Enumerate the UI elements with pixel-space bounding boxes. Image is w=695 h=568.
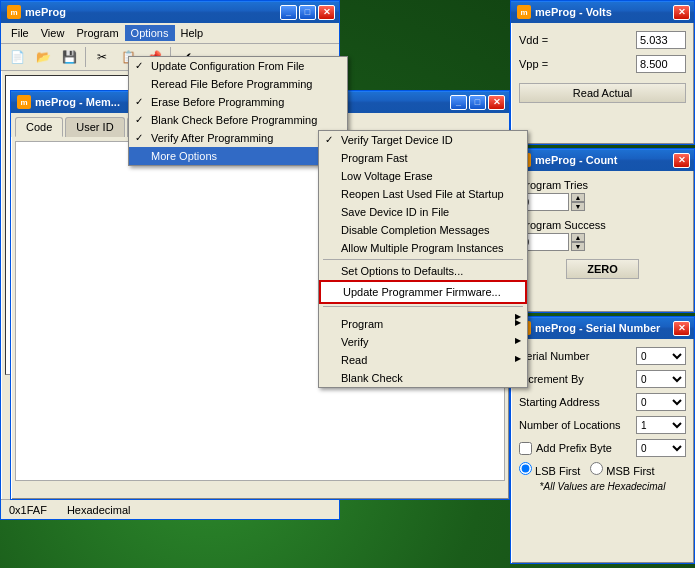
volts-icon: m [517, 5, 531, 19]
titlebar-buttons: _ □ ✕ [280, 5, 335, 20]
new-button[interactable]: 📄 [5, 46, 29, 68]
more-options-dropdown: Verify Target Device ID Program Fast Low… [318, 130, 528, 388]
main-title: meProg [25, 6, 66, 18]
program-tries-label: Program Tries [519, 179, 686, 191]
mem-titlebar-buttons: _ □ ✕ [450, 95, 505, 110]
suboption-erase[interactable]: Blank Check [319, 369, 527, 387]
mem-minimize-button[interactable]: _ [450, 95, 467, 110]
menu-separator-2 [323, 306, 523, 307]
option-more-options[interactable]: More Options [129, 147, 347, 165]
volts-titlebar: m meProg - Volts ✕ [511, 1, 694, 23]
num-locations-row: Number of Locations 1 [519, 416, 686, 434]
hex-note: *All Values are Hexadecimal [519, 481, 686, 492]
menu-file[interactable]: File [5, 25, 35, 41]
mem-maximize-button[interactable]: □ [469, 95, 486, 110]
suboption-disable-completion[interactable]: Disable Completion Messages [319, 221, 527, 239]
starting-address-label: Starting Address [519, 396, 636, 408]
prefix-select[interactable]: 0 [636, 439, 686, 457]
suboption-update-firmware[interactable]: Update Programmer Firmware... [319, 280, 527, 304]
increment-select[interactable]: 0 [636, 370, 686, 388]
count-title: meProg - Count [535, 154, 618, 166]
volts-window: m meProg - Volts ✕ Vdd = Vpp = Read Actu… [510, 0, 695, 145]
count-window: m meProg - Count ✕ Program Tries ▲ ▼ Pro… [510, 148, 695, 313]
suboption-blank-check[interactable]: Read [319, 351, 527, 369]
serial-window: m meProg - Serial Number ✕ Serial Number… [510, 316, 695, 564]
program-tries-down[interactable]: ▼ [571, 202, 585, 211]
save-button[interactable]: 💾 [57, 46, 81, 68]
suboption-allow-multiple[interactable]: Allow Multiple Program Instances [319, 239, 527, 257]
option-update-config[interactable]: Update Configuration From File [129, 57, 347, 75]
suboption-low-voltage[interactable]: Low Voltage Erase [319, 167, 527, 185]
lsb-label: LSB First [519, 462, 580, 477]
mem-close-button[interactable]: ✕ [488, 95, 505, 110]
app-icon: m [7, 5, 21, 19]
suboption-verify[interactable]: Program [319, 315, 527, 333]
num-locations-select[interactable]: 1 [636, 416, 686, 434]
options-dropdown: Update Configuration From File Reread Fi… [128, 56, 348, 166]
menu-separator-1 [323, 259, 523, 260]
program-success-down[interactable]: ▼ [571, 242, 585, 251]
prefix-label: Add Prefix Byte [536, 442, 636, 454]
program-success-spinbtns: ▲ ▼ [571, 233, 585, 251]
msb-radio[interactable] [590, 462, 603, 475]
status-address: 0x1FAF [9, 504, 47, 516]
program-tries-row: Program Tries ▲ ▼ [519, 179, 686, 211]
suboption-save-device-id[interactable]: Save Device ID in File [319, 203, 527, 221]
cut-button[interactable]: ✂ [90, 46, 114, 68]
suboption-program-fast[interactable]: Program Fast [319, 149, 527, 167]
suboption-verify-device-id[interactable]: Verify Target Device ID [319, 131, 527, 149]
option-reread-file[interactable]: Reread File Before Programming [129, 75, 347, 93]
maximize-button[interactable]: □ [299, 5, 316, 20]
increment-label: Increment By [519, 373, 636, 385]
count-titlebar: m meProg - Count ✕ [511, 149, 694, 171]
tab-userid[interactable]: User ID [65, 117, 124, 137]
close-button[interactable]: ✕ [318, 5, 335, 20]
menu-options[interactable]: Options [125, 25, 175, 41]
vpp-row: Vpp = [519, 55, 686, 73]
vpp-input[interactable] [636, 55, 686, 73]
vdd-input[interactable] [636, 31, 686, 49]
starting-address-row: Starting Address 0 [519, 393, 686, 411]
menu-program[interactable]: Program [70, 25, 124, 41]
menu-help[interactable]: Help [175, 25, 210, 41]
serial-number-label: Serial Number [519, 350, 636, 362]
count-close-button[interactable]: ✕ [673, 153, 690, 168]
status-bar: 0x1FAF Hexadecimal [1, 499, 339, 519]
menubar: File View Program Options Help [1, 23, 339, 44]
serial-titlebar: m meProg - Serial Number ✕ [511, 317, 694, 339]
program-success-row: Program Success ▲ ▼ [519, 219, 686, 251]
suboption-reopen-last[interactable]: Reopen Last Used File at Startup [319, 185, 527, 203]
serial-close-button[interactable]: ✕ [673, 321, 690, 336]
lsb-radio[interactable] [519, 462, 532, 475]
program-success-up[interactable]: ▲ [571, 233, 585, 242]
prefix-checkbox[interactable] [519, 442, 532, 455]
read-actual-button[interactable]: Read Actual [519, 83, 686, 103]
suboption-read[interactable]: Verify [319, 333, 527, 351]
byte-order-row: LSB First MSB First [519, 462, 686, 477]
volts-content: Vdd = Vpp = Read Actual [511, 23, 694, 111]
suboption-set-defaults[interactable]: Set Options to Defaults... [319, 262, 527, 280]
program-tries-up[interactable]: ▲ [571, 193, 585, 202]
prefix-row: Add Prefix Byte 0 [519, 439, 686, 457]
open-button[interactable]: 📂 [31, 46, 55, 68]
menu-view[interactable]: View [35, 25, 71, 41]
tab-code[interactable]: Code [15, 117, 63, 137]
program-tries-spin: ▲ ▼ [519, 193, 686, 211]
serial-number-select[interactable]: 0 [636, 347, 686, 365]
minimize-button[interactable]: _ [280, 5, 297, 20]
program-success-label: Program Success [519, 219, 686, 231]
option-erase-before[interactable]: Erase Before Programming [129, 93, 347, 111]
starting-address-select[interactable]: 0 [636, 393, 686, 411]
volts-close-button[interactable]: ✕ [673, 5, 690, 20]
mem-title: meProg - Mem... [35, 96, 120, 108]
serial-title: meProg - Serial Number [535, 322, 660, 334]
option-blank-check[interactable]: Blank Check Before Programming [129, 111, 347, 129]
program-tries-spinbtns: ▲ ▼ [571, 193, 585, 211]
vdd-row: Vdd = [519, 31, 686, 49]
zero-button[interactable]: ZERO [566, 259, 639, 279]
vpp-label: Vpp = [519, 58, 548, 70]
count-content: Program Tries ▲ ▼ Program Success ▲ ▼ ZE… [511, 171, 694, 291]
toolbar-separator-1 [85, 47, 86, 67]
vdd-label: Vdd = [519, 34, 548, 46]
option-verify-after[interactable]: Verify After Programming [129, 129, 347, 147]
